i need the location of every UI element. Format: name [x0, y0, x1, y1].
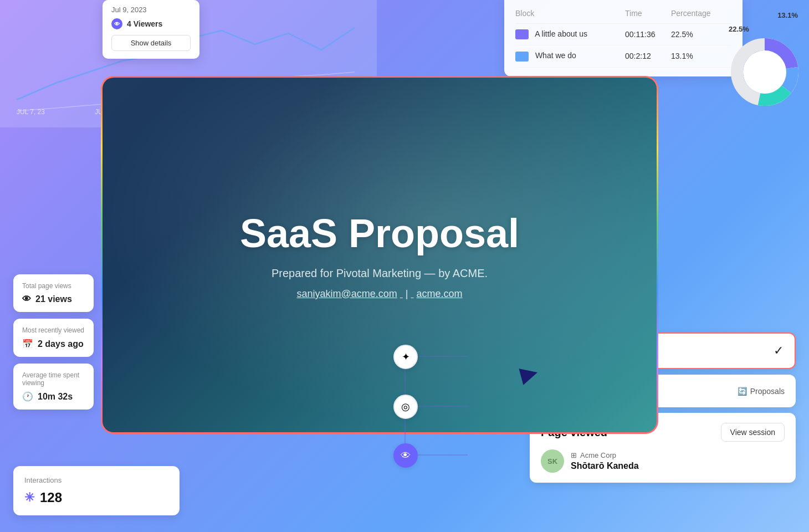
eye-icon: 👁	[111, 18, 122, 29]
stats-panel: Total page views 👁 21 views Most recentl…	[13, 274, 94, 410]
chart-label-jul7: JUL 7, 23	[17, 108, 45, 116]
avg-time-card: Average time spent viewing 🕐 10m 32s	[13, 364, 94, 410]
tooltip-date: Jul 9, 2023	[111, 6, 191, 14]
block-time-1: 00:11:36	[625, 24, 671, 45]
horizontal-line-3	[418, 454, 468, 456]
col-block: Block	[515, 9, 625, 24]
block-time-table: Block Time Percentage A little about us …	[504, 0, 743, 76]
view-session-button[interactable]: View session	[721, 423, 785, 442]
person-name: Shōtarō Kaneda	[571, 461, 639, 471]
donut-svg	[726, 33, 803, 111]
block-color-purple	[515, 29, 529, 39]
table-row: A little about us 00:11:36 22.5%	[515, 24, 731, 45]
clock-icon: 🕐	[22, 391, 33, 402]
interactions-value: ✳ 128	[24, 490, 168, 505]
recently-viewed-label: Most recently viewed	[22, 326, 85, 334]
block-name-2: What we do	[515, 45, 625, 67]
connector-dot-2: ◎	[393, 395, 418, 419]
proposals-label: Proposals	[750, 387, 785, 396]
avg-time-value: 🕐 10m 32s	[22, 391, 85, 402]
tooltip-popup: Jul 9, 2023 👁 4 Viewers Show details	[103, 0, 199, 59]
company-name-row: ⊞ Acme Corp	[571, 451, 639, 459]
show-details-button[interactable]: Show details	[111, 35, 191, 51]
recently-viewed-card: Most recently viewed 📅 2 days ago	[13, 319, 94, 357]
engaged-proposals: 🔄 Proposals	[738, 387, 785, 396]
company-name: Acme Corp	[580, 451, 616, 459]
col-time: Time	[625, 9, 671, 24]
horizontal-line-1	[418, 356, 468, 357]
avg-time-label: Average time spent viewing	[22, 371, 85, 387]
proposal-separator: |	[406, 288, 408, 299]
interactions-card: Interactions ✳ 128	[13, 466, 180, 515]
tooltip-viewers: 👁 4 Viewers	[111, 18, 191, 29]
total-views-label: Total page views	[22, 282, 85, 290]
total-views-card: Total page views 👁 21 views	[13, 274, 94, 312]
connector-circle-2: ◎	[393, 395, 418, 419]
sparkle-icon: ✳	[24, 490, 34, 505]
proposal-subtitle: Prepared for Pivotal Marketing — by ACME…	[272, 267, 488, 280]
proposal-card: SaaS Proposal Prepared for Pivotal Marke…	[103, 78, 657, 432]
donut-chart: 13.1% 22.5%	[720, 0, 809, 144]
block-time-2: 00:2:12	[625, 45, 671, 67]
recently-viewed-value: 📅 2 days ago	[22, 339, 85, 349]
proposals-icon: 🔄	[738, 387, 747, 396]
eye-icon: 👁	[22, 294, 31, 304]
company-info: ⊞ Acme Corp Shōtarō Kaneda	[571, 451, 639, 471]
calendar-icon: 📅	[22, 339, 33, 349]
horizontal-line-2	[418, 406, 468, 407]
connector-dot-1: ✦	[393, 345, 418, 369]
svg-point-4	[743, 50, 786, 94]
company-row: SK ⊞ Acme Corp Shōtarō Kaneda	[541, 449, 785, 473]
proposal-title: SaaS Proposal	[240, 211, 519, 256]
total-views-value: 👁 21 views	[22, 294, 85, 304]
interactions-label: Interactions	[24, 476, 168, 484]
table-row: What we do 00:2:12 13.1%	[515, 45, 731, 67]
grid-icon: ⊞	[571, 451, 577, 459]
donut-label-percentage-1: 13.1%	[777, 11, 798, 19]
proposal-email[interactable]: saniyakim@acme.com	[296, 288, 397, 299]
connector-circle-1: ✦	[393, 345, 418, 369]
block-name-1: A little about us	[515, 24, 625, 45]
proposal-links: saniyakim@acme.com | acme.com	[294, 288, 465, 300]
connector-dot-3: 👁	[393, 443, 418, 468]
block-color-blue	[515, 52, 529, 62]
avatar: SK	[541, 449, 564, 473]
connector-circle-3: 👁	[393, 443, 418, 468]
checkmark-icon: ✓	[774, 344, 784, 358]
donut-label-percentage-2: 22.5%	[729, 25, 749, 33]
proposal-website[interactable]: acme.com	[417, 288, 463, 299]
